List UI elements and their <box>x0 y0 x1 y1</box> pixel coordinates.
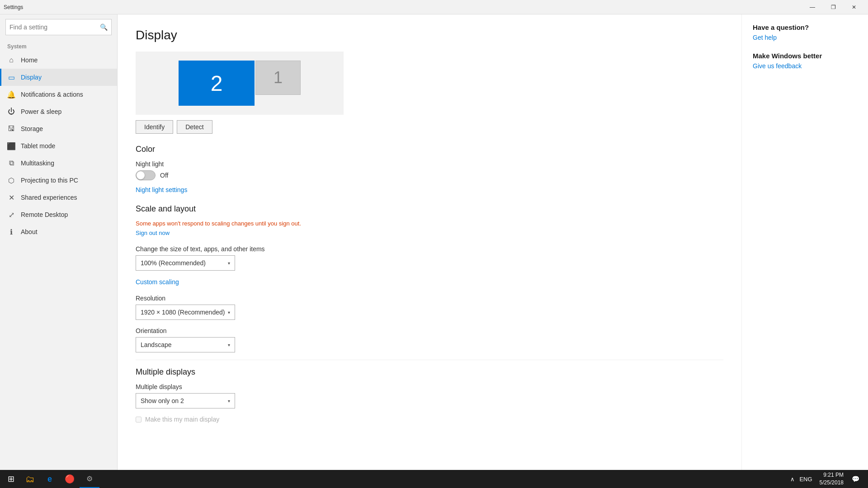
resolution-label: Resolution <box>136 295 723 302</box>
scale-dropdown[interactable]: 100% (Recommended) ▾ <box>136 255 235 271</box>
multiple-displays-label: Multiple displays <box>136 383 723 390</box>
scale-field-label: Change the size of text, apps, and other… <box>136 245 723 253</box>
sidebar-item-about[interactable]: ℹ About <box>0 223 117 240</box>
window-title: Settings <box>4 4 23 10</box>
make-main-checkbox[interactable] <box>136 417 142 422</box>
multiple-displays-dropdown-arrow: ▾ <box>228 399 230 404</box>
sidebar-item-power-label: Power & sleep <box>21 108 61 115</box>
sidebar-item-power[interactable]: ⏻ Power & sleep <box>0 103 117 120</box>
display-icon: ▭ <box>7 73 15 81</box>
orientation-dropdown[interactable]: Landscape ▾ <box>136 337 235 352</box>
minimize-button[interactable]: — <box>802 0 823 14</box>
resolution-dropdown[interactable]: 868 × 488 (Recommended) ▾ <box>136 305 235 320</box>
home-icon: ⌂ <box>7 56 15 64</box>
taskbar-right: ∧ ENG 9:21 PM 5/25/2018 💬 <box>788 470 866 488</box>
sidebar-item-remote-label: Remote Desktop <box>21 211 68 218</box>
night-light-toggle[interactable] <box>136 170 156 180</box>
title-bar: Settings — ❐ ✕ <box>0 0 868 14</box>
get-help-link[interactable]: Get help <box>753 34 857 41</box>
sidebar-item-shared-label: Shared experiences <box>21 194 77 201</box>
multiple-displays-section-title: Multiple displays <box>136 367 723 377</box>
sidebar-item-shared[interactable]: ✕ Shared experiences <box>0 189 117 206</box>
projecting-icon: ⬡ <box>7 176 15 184</box>
sidebar-item-projecting[interactable]: ⬡ Projecting to this PC <box>0 172 117 189</box>
remote-icon: ⤢ <box>7 211 15 219</box>
identify-button[interactable]: Identify <box>136 120 173 134</box>
multiple-displays-dropdown[interactable]: Show only on 2 ▾ <box>136 393 235 408</box>
close-button[interactable]: ✕ <box>844 0 864 14</box>
window-controls: — ❐ ✕ <box>802 0 864 14</box>
tablet-icon: ⬛ <box>7 142 15 150</box>
taskbar-settings[interactable]: ⚙ <box>80 470 99 488</box>
night-light-toggle-row: Off <box>136 170 723 180</box>
taskbar-edge[interactable]: e <box>40 470 60 488</box>
make-main-row: Make this my main display <box>136 416 723 423</box>
restore-button[interactable]: ❐ <box>823 0 844 14</box>
search-input[interactable] <box>9 23 100 31</box>
sidebar-item-tablet[interactable]: ⬛ Tablet mode <box>0 137 117 155</box>
display-preview: 2 1 <box>136 52 344 115</box>
chrome-icon: 🔴 <box>65 474 75 484</box>
scale-dropdown-arrow: ▾ <box>228 261 230 266</box>
date-display: 5/25/2018 <box>820 479 844 487</box>
sidebar-item-projecting-label: Projecting to this PC <box>21 177 78 184</box>
sidebar-item-about-label: About <box>21 228 38 235</box>
sidebar-item-notifications-label: Notifications & actions <box>21 91 83 98</box>
make-better-title: Make Windows better <box>753 52 857 60</box>
make-main-label: Make this my main display <box>145 416 219 423</box>
orientation-label: Orientation <box>136 327 723 334</box>
sidebar-item-display[interactable]: ▭ Display <box>0 69 117 86</box>
about-icon: ℹ <box>7 228 15 236</box>
settings-app-icon: ⚙ <box>85 474 94 483</box>
have-question-title: Have a question? <box>753 23 857 31</box>
sidebar-item-remote[interactable]: ⤢ Remote Desktop <box>0 206 117 223</box>
sidebar-item-notifications[interactable]: 🔔 Notifications & actions <box>0 86 117 103</box>
taskbar: ⊞ 🗂 e 🔴 ⚙ ∧ ENG 9:21 PM 5/25/2018 💬 <box>0 470 868 488</box>
time-display: 9:21 PM <box>820 471 844 479</box>
system-tray[interactable]: ∧ ENG <box>788 476 815 483</box>
taskbar-apps: 🗂 e 🔴 ⚙ <box>20 470 788 488</box>
divider <box>136 360 723 360</box>
monitor-1[interactable]: 1 <box>255 61 301 95</box>
sign-out-link[interactable]: Sign out now <box>136 230 170 236</box>
resolution-value: 868 × 488 (Recommended) <box>141 309 225 316</box>
multitasking-icon: ⧉ <box>7 159 15 167</box>
search-icon[interactable]: 🔍 <box>100 23 108 31</box>
feedback-link[interactable]: Give us feedback <box>753 62 857 70</box>
file-explorer-icon: 🗂 <box>25 474 35 484</box>
page-title: Display <box>136 28 723 42</box>
scale-value: 100% (Recommended) <box>141 259 206 267</box>
search-box[interactable]: 🔍 <box>5 19 112 35</box>
taskbar-file-explorer[interactable]: 🗂 <box>20 470 40 488</box>
sidebar-item-home[interactable]: ⌂ Home <box>0 52 117 69</box>
power-icon: ⏻ <box>7 108 15 116</box>
notification-icon: 🔔 <box>7 90 15 99</box>
sidebar-item-multitasking-label: Multitasking <box>21 160 54 167</box>
scale-section-title: Scale and layout <box>136 204 723 214</box>
night-light-settings-link[interactable]: Night light settings <box>136 186 187 193</box>
sidebar-item-display-label: Display <box>21 74 42 81</box>
multiple-displays-value: Show only on 2 <box>141 397 184 404</box>
storage-icon: 🖫 <box>7 125 15 133</box>
color-section-title: Color <box>136 145 723 154</box>
sidebar-item-home-label: Home <box>21 56 38 64</box>
right-panel: Have a question? Get help Make Windows b… <box>741 14 868 488</box>
identify-detect-row: Identify Detect <box>136 120 723 134</box>
clock[interactable]: 9:21 PM 5/25/2018 <box>817 470 846 488</box>
night-light-label: Night light <box>136 160 723 168</box>
start-button[interactable]: ⊞ <box>2 470 20 488</box>
toggle-knob <box>137 171 145 179</box>
shared-icon: ✕ <box>7 193 15 202</box>
main-content: Display 2 1 Identify Detect Color Night … <box>118 14 741 488</box>
warning-text: Some apps won't respond to scaling chang… <box>136 220 723 227</box>
sidebar-item-storage[interactable]: 🖫 Storage <box>0 120 117 137</box>
custom-scaling-link[interactable]: Custom scaling <box>136 278 179 286</box>
system-label: System <box>0 40 117 52</box>
monitor-2[interactable]: 2 <box>179 61 255 106</box>
detect-button[interactable]: Detect <box>177 120 212 134</box>
taskbar-chrome[interactable]: 🔴 <box>60 470 80 488</box>
orientation-dropdown-arrow: ▾ <box>228 343 230 347</box>
sidebar-item-multitasking[interactable]: ⧉ Multitasking <box>0 155 117 172</box>
sidebar-item-storage-label: Storage <box>21 125 43 132</box>
notification-center-button[interactable]: 💬 <box>848 470 863 488</box>
